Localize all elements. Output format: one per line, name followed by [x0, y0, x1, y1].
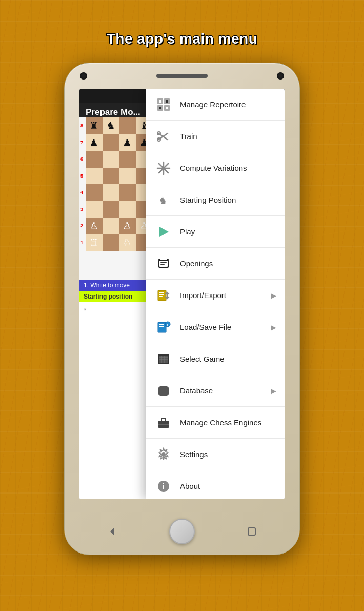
menu-item-openings[interactable]: Openings — [146, 248, 285, 280]
svg-point-16 — [163, 167, 165, 169]
load-save-file-label: Load/Save File — [180, 323, 271, 331]
svg-point-24 — [167, 259, 169, 261]
svg-rect-26 — [159, 292, 164, 293]
rank-7: 7 — [80, 134, 83, 151]
page-caption: The app's main menu — [107, 31, 258, 47]
manage-chess-engines-label: Manage Chess Engines — [180, 418, 276, 427]
sensor-icon — [277, 72, 284, 80]
back-nav-icon[interactable] — [105, 526, 120, 537]
rank-8: 8 — [80, 117, 83, 134]
openings-label: Openings — [180, 259, 276, 268]
cell-c3 — [119, 201, 136, 218]
cell-b1 — [103, 234, 119, 251]
svg-rect-28 — [159, 296, 163, 297]
menu-item-import-export[interactable]: Import/Export ▶ — [146, 280, 285, 311]
knight-icon: ♞ — [154, 191, 173, 209]
rank-2: 2 — [80, 218, 83, 234]
cell-b5 — [103, 168, 119, 185]
cell-c2: ♙ — [119, 218, 136, 234]
dropdown-menu: Manage Repertoire Train — [146, 89, 285, 499]
menu-item-select-game[interactable]: Select Game — [146, 343, 285, 375]
settings-label: Settings — [180, 450, 276, 459]
cell-c8 — [119, 117, 136, 134]
speaker-icon — [156, 74, 208, 78]
svg-rect-43 — [158, 390, 169, 392]
compute-variations-label: Compute Variations — [180, 164, 276, 172]
menu-item-manage-repertoire[interactable]: Manage Repertoire — [146, 89, 285, 121]
svg-rect-21 — [160, 262, 167, 263]
rank-1: 1 — [80, 234, 83, 251]
select-game-label: Select Game — [180, 354, 276, 363]
svg-rect-31 — [159, 324, 164, 325]
front-camera-icon — [80, 72, 87, 80]
svg-rect-47 — [158, 424, 169, 425]
info-icon: i — [154, 477, 173, 496]
import-export-icon — [154, 286, 173, 305]
settings-icon — [154, 445, 173, 464]
menu-item-settings[interactable]: Settings — [146, 439, 285, 470]
menu-item-about[interactable]: i About — [146, 470, 285, 499]
cell-c5 — [119, 168, 136, 185]
cell-b4 — [103, 184, 119, 201]
menu-item-compute-variations[interactable]: Compute Variations — [146, 152, 285, 184]
about-label: About — [180, 482, 276, 490]
cell-a5 — [86, 168, 103, 185]
recent-apps-icon[interactable] — [244, 526, 259, 537]
cell-c7: ♟ — [119, 134, 136, 151]
database-icon — [154, 382, 173, 400]
svg-rect-6 — [159, 107, 161, 109]
select-game-icon — [154, 350, 173, 368]
rank-5: 5 — [80, 168, 83, 185]
svg-text:♞: ♞ — [158, 195, 168, 206]
svg-point-23 — [158, 259, 160, 261]
phone-shell: SAMSUNG 54% 1:01 PM Prepare Mo... Openin… — [64, 63, 300, 555]
cell-a6 — [86, 151, 103, 168]
svg-marker-51 — [110, 527, 114, 536]
train-label: Train — [180, 132, 276, 141]
briefcase-icon — [154, 413, 173, 432]
cell-b8: ♞ — [103, 117, 119, 134]
cell-b6 — [103, 151, 119, 168]
database-label: Database — [180, 386, 271, 395]
cell-a8: ♜ — [86, 117, 103, 134]
snowflake-icon — [154, 159, 173, 178]
home-button[interactable] — [169, 519, 195, 544]
rank-6: 6 — [80, 151, 83, 168]
cell-c6 — [119, 151, 136, 168]
rank-labels: 8 7 6 5 4 3 2 1 — [80, 117, 83, 251]
openings-icon — [154, 254, 173, 273]
menu-item-manage-chess-engines[interactable]: Manage Chess Engines — [146, 407, 285, 439]
menu-item-database[interactable]: Database ▶ — [146, 375, 285, 407]
manage-repertoire-label: Manage Repertoire — [180, 100, 276, 109]
cell-a1: ♖ — [86, 234, 103, 251]
svg-point-45 — [158, 392, 169, 396]
svg-rect-32 — [159, 326, 164, 327]
cell-a7: ♟ — [86, 134, 103, 151]
cell-b2 — [103, 218, 119, 234]
svg-marker-18 — [159, 227, 169, 237]
menu-item-play[interactable]: Play — [146, 216, 285, 248]
svg-rect-7 — [166, 107, 168, 109]
cell-a4 — [86, 184, 103, 201]
rank-3: 3 — [80, 201, 83, 218]
phone-bottom-nav — [65, 513, 299, 555]
menu-item-load-save-file[interactable]: + Load/Save File ▶ — [146, 311, 285, 343]
play-label: Play — [180, 227, 276, 236]
menu-item-starting-position[interactable]: ♞ Starting Position — [146, 184, 285, 216]
svg-rect-36 — [159, 356, 168, 363]
cell-a2: ♙ — [86, 218, 103, 234]
svg-rect-22 — [160, 264, 165, 265]
svg-rect-52 — [248, 528, 255, 535]
cell-c1: ♘ — [119, 234, 136, 251]
svg-point-48 — [161, 452, 166, 457]
rank-4: 4 — [80, 184, 83, 201]
import-export-label: Import/Export — [180, 291, 271, 300]
svg-rect-42 — [158, 388, 169, 390]
scissors-icon — [154, 127, 173, 146]
svg-rect-27 — [159, 294, 164, 295]
menu-item-train[interactable]: Train — [146, 121, 285, 152]
cell-a3 — [86, 201, 103, 218]
cell-b7 — [103, 134, 119, 151]
chess-grid-icon — [154, 95, 173, 114]
svg-text:i: i — [163, 482, 165, 491]
